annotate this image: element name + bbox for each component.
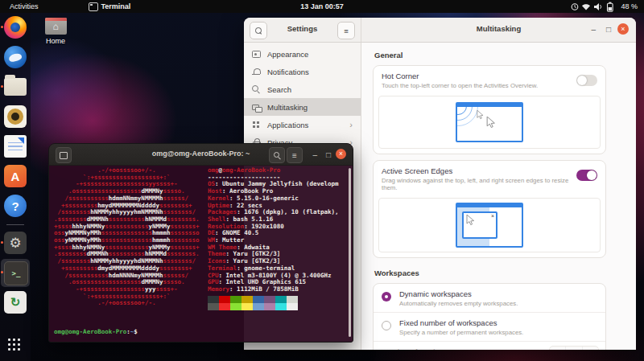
wifi-icon [582,4,590,10]
workspaces-card: Dynamic workspaces Automatically removes… [373,283,606,350]
multitask-icon [252,103,261,112]
settings-headerbar-right: Multitasking – □ × [361,18,636,42]
dock-item-files[interactable] [0,72,31,102]
workspace-number-value: 4 [550,347,565,350]
dynamic-workspaces-row[interactable]: Dynamic workspaces Automatically removes… [374,284,605,312]
terminal-color-palette [208,296,298,310]
terminal-scrollbar[interactable] [349,168,351,337]
neofetch-ascii-art: .-/+oossssoo+/-. `:+ssssssssssssssssss+:… [54,167,200,307]
terminal-window: omg@omg-AeroBook-Pro: ~ ≡ – □ × .-/+ooss… [48,143,353,343]
clock[interactable]: 13 Jan 00:57 [300,2,344,10]
hot-corner-card: Hot Corner Touch the top-left corner to … [373,65,606,154]
dock-item-ubuntu-software[interactable]: A [0,162,31,191]
running-dot [1,271,3,273]
active-edges-toggle[interactable] [576,170,597,181]
sidebar-item-label: Appearance [267,50,353,59]
fixed-workspaces-row[interactable]: Fixed number of workspaces Specify a num… [374,313,605,341]
cursor-icon [466,215,476,226]
terminal-menu-button[interactable]: ≡ [287,147,303,163]
palette-swatch [242,296,253,303]
dock-item-thunderbird[interactable] [0,43,31,72]
sidebar-item-multitasking[interactable]: Multitasking [244,98,361,116]
status-icons [571,2,617,12]
palette-swatch [275,303,287,310]
section-heading-workspaces: Workspaces [374,269,606,277]
volume-icon [594,3,601,10]
active-edges-row: Active Screen Edges Drag windows against… [374,161,605,196]
menu-icon: ≡ [292,151,297,160]
system-tray[interactable]: 48 % [571,0,638,13]
hot-corner-subtitle: Touch the top-left corner to open the Ac… [382,82,579,89]
close-button[interactable]: × [617,23,629,35]
running-dot [1,241,3,244]
search-icon [252,85,261,94]
top-bar: Activities Terminal 13 Jan 00:57 48 % [0,0,644,13]
trash-icon: ↻ [4,291,27,314]
terminal-close-button[interactable]: × [336,149,346,159]
files-icon [4,78,27,96]
sidebar-item-search[interactable]: Search [244,80,361,98]
dock-item-app-grid[interactable] [0,330,31,358]
palette-swatch [287,296,298,303]
status-icon [572,3,579,10]
palette-swatch [275,296,287,303]
dock-item-libreoffice-writer[interactable] [0,132,31,162]
dock-item-help[interactable]: ? [0,191,31,221]
palette-swatch [230,296,242,303]
running-dot [1,26,3,28]
desktop: Activities Terminal 13 Jan 00:57 48 % A … [0,0,644,361]
cursor-icon [477,110,485,120]
minimize-button[interactable]: – [591,24,596,35]
toggle-knob [577,76,587,85]
fixed-workspaces-subtitle: Specify a number of permanent workspaces… [399,329,597,336]
sidebar-item-applications[interactable]: Applications› [244,116,361,133]
terminal-icon [89,2,98,11]
focused-app-indicator[interactable]: Terminal [89,2,131,11]
terminal-minimize-button[interactable]: – [312,150,317,160]
desktop-icon-home[interactable]: ⌂ Home [42,18,69,45]
dynamic-workspaces-subtitle: Automatically removes empty workspaces. [399,300,597,307]
hot-corner-toggle[interactable] [576,75,597,86]
dock-item-terminal[interactable]: >_ [0,258,31,288]
rhythmbox-icon [4,105,27,128]
maximize-icon: □ [606,25,611,34]
hot-corner-arc [456,102,478,126]
palette-swatch [253,303,264,310]
menu-button[interactable]: ≡ [337,22,355,39]
terminal-headerbar: omg@omg-AeroBook-Pro: ~ ≡ – □ × [49,144,353,166]
palette-swatch [219,296,230,303]
terminal-search-button[interactable] [269,147,285,163]
dock-item-trash[interactable]: ↻ [0,288,31,318]
minimize-icon: – [591,25,596,34]
terminal-maximize-button[interactable]: □ [326,150,331,160]
radio-unselected-icon[interactable] [382,321,391,330]
radio-selected-icon[interactable] [382,292,391,302]
section-heading-general: General [374,51,606,59]
palette-swatch [242,303,253,310]
sidebar-item-notifications[interactable]: Notifications [244,63,361,80]
palette-swatch [230,303,242,310]
dock-item-settings[interactable]: ⚙ [0,228,31,258]
terminal-content[interactable]: .-/+oossssoo+/-. `:+ssssssssssssssssss+:… [49,165,353,342]
dock-divider [6,224,24,225]
hot-corner-title: Hot Corner [382,72,597,80]
workspace-number-spinner[interactable]: 4 [549,346,599,350]
spinner-increment[interactable] [582,347,598,350]
activities-button[interactable]: Activities [10,2,39,10]
sidebar-item-label: Notifications [267,68,353,76]
dynamic-workspaces-title: Dynamic workspaces [399,289,597,298]
palette-swatch [219,303,230,310]
minimize-icon: – [312,150,317,159]
palette-swatch [208,296,219,303]
spinner-decrement[interactable] [565,347,581,350]
sidebar-item-appearance[interactable]: Appearance [244,45,361,63]
bell-icon [252,68,261,76]
maximize-button[interactable]: □ [606,24,611,35]
app-grid-icon [8,338,10,341]
dock-item-rhythmbox[interactable] [0,102,31,132]
fixed-workspaces-title: Fixed number of workspaces [399,318,597,327]
dock: A ? ⚙ >_ ↻ [0,13,31,361]
workspace-number-row: Number of Workspaces 4 [374,342,605,350]
dock-item-firefox[interactable] [0,13,31,43]
sidebar-item-label: Multitasking [267,103,353,112]
